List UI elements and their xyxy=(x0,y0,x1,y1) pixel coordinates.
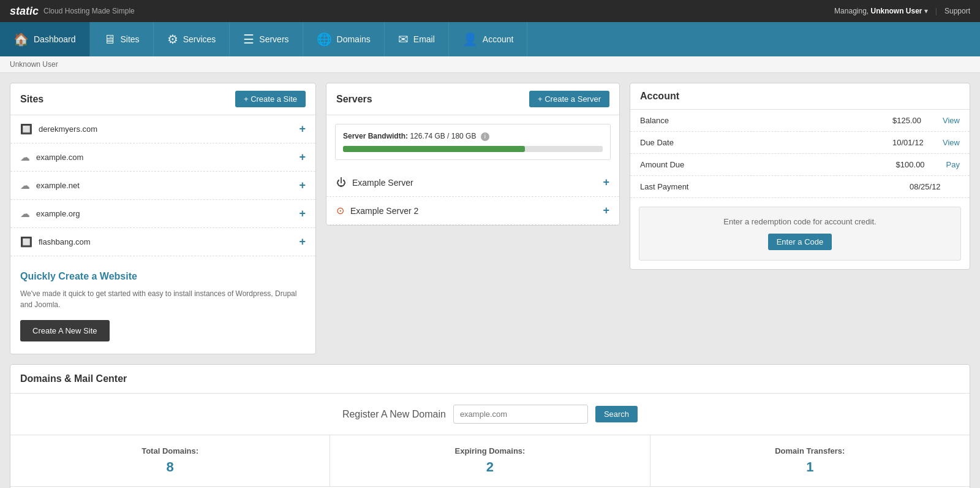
nav-label-domains: Domains xyxy=(337,34,371,44)
list-item[interactable]: 🔲 derekmyers.com + xyxy=(10,115,315,143)
site-add-icon[interactable]: + xyxy=(299,179,306,192)
domain-search-button[interactable]: Search xyxy=(595,406,638,422)
servers-panel-title: Servers xyxy=(336,94,372,105)
stat-domain-transfers: Domain Transfers: 1 xyxy=(650,435,970,486)
balance-value: $125.00 xyxy=(892,116,935,125)
account-row-balance: Balance $125.00 View xyxy=(630,110,970,132)
nav-label-dashboard: Dashboard xyxy=(34,34,76,44)
redemption-text: Enter a redemption code for account cred… xyxy=(649,217,951,226)
managing-label: Managing, Unknown User ▾ xyxy=(834,7,928,15)
site-add-icon[interactable]: + xyxy=(299,123,306,135)
topbar-right: Managing, Unknown User ▾ | Support xyxy=(834,7,970,15)
bandwidth-progress-fill xyxy=(343,146,525,152)
info-icon[interactable]: i xyxy=(481,132,489,141)
servers-panel: Servers + Create a Server Server Bandwid… xyxy=(326,83,620,226)
site-add-icon[interactable]: + xyxy=(299,235,306,248)
site-icon: ☁ xyxy=(20,180,30,191)
nav-item-domains[interactable]: 🌐 Domains xyxy=(303,22,385,56)
domain-search-input[interactable] xyxy=(453,405,588,424)
account-panel-header: Account xyxy=(630,83,970,110)
breadcrumb: Unknown User xyxy=(0,56,980,73)
power-icon: ⏻ xyxy=(336,177,346,188)
site-icon: 🔲 xyxy=(20,236,32,248)
server-add-icon[interactable]: + xyxy=(603,204,609,217)
nav-item-sites[interactable]: 🖥 Sites xyxy=(90,22,154,56)
stat-expiring-value: 2 xyxy=(337,459,642,475)
domains-header: Domains & Mail Center xyxy=(10,365,970,394)
amountdue-value: $100.00 xyxy=(896,160,939,169)
account-panel-title: Account xyxy=(640,91,679,102)
nav-item-account[interactable]: 👤 Account xyxy=(449,22,528,56)
list-item[interactable]: ⏻ Example Server + xyxy=(326,169,619,197)
site-icon: 🔲 xyxy=(20,123,32,135)
nav-item-services[interactable]: ⚙ Services xyxy=(154,22,230,56)
quick-create-title: Quickly Create a Website xyxy=(20,271,306,282)
nav-label-services: Services xyxy=(183,34,216,44)
site-add-icon[interactable]: + xyxy=(299,151,306,164)
topbar: static Cloud Hosting Made Simple Managin… xyxy=(0,0,980,22)
brand: static Cloud Hosting Made Simple xyxy=(10,5,135,18)
account-icon: 👤 xyxy=(462,32,478,47)
account-row-lastpayment: Last Payment 08/25/12 xyxy=(630,176,970,198)
site-name: example.com xyxy=(36,153,83,162)
nav-label-account: Account xyxy=(483,34,514,44)
server-add-icon[interactable]: + xyxy=(603,176,609,189)
stat-expiring-domains: Expiring Domains: 2 xyxy=(330,435,650,486)
list-item[interactable]: ⊙ Example Server 2 + xyxy=(326,197,619,225)
quick-create-section: Quickly Create a Website We've made it q… xyxy=(10,256,315,354)
list-item[interactable]: ☁ example.net + xyxy=(10,172,315,200)
balance-label: Balance xyxy=(640,116,885,125)
list-item[interactable]: 🔲 flashbang.com + xyxy=(10,228,315,256)
create-new-site-button[interactable]: Create A New Site xyxy=(20,320,110,341)
site-name: derekmyers.com xyxy=(39,124,97,134)
support-link[interactable]: Support xyxy=(944,7,970,15)
sites-panel: Sites + Create a Site 🔲 derekmyers.com +… xyxy=(10,83,316,354)
list-item[interactable]: ☁ example.com + xyxy=(10,143,315,172)
stat-expiring-label: Expiring Domains: xyxy=(337,446,642,456)
site-icon: ☁ xyxy=(20,208,30,219)
servers-panel-header: Servers + Create a Server xyxy=(326,83,619,115)
separator: | xyxy=(935,7,937,15)
site-name: example.net xyxy=(36,181,80,190)
list-item[interactable]: ☁ example.org + xyxy=(10,200,315,228)
duedate-view-link[interactable]: View xyxy=(943,138,960,147)
amountdue-pay-link[interactable]: Pay xyxy=(946,160,960,169)
site-add-icon[interactable]: + xyxy=(299,207,306,220)
domain-register: Register A New Domain Search xyxy=(10,394,970,435)
server-name: Example Server 2 xyxy=(350,206,418,216)
email-icon: ✉ xyxy=(398,32,409,47)
servers-list: ⏻ Example Server + ⊙ Example Server 2 + xyxy=(326,169,619,225)
home-icon: 🏠 xyxy=(13,32,29,47)
register-label: Register A New Domain xyxy=(342,409,446,420)
domains-icon: 🌐 xyxy=(317,32,332,47)
nav-label-servers: Servers xyxy=(259,34,288,44)
bandwidth-box: Server Bandwidth: 126.74 GB / 180 GB i xyxy=(335,124,611,160)
stat-total-label: Total Domains: xyxy=(18,446,322,456)
stat-transfers-label: Domain Transfers: xyxy=(658,446,962,456)
create-server-button[interactable]: + Create a Server xyxy=(529,91,609,107)
main-content: Sites + Create a Site 🔲 derekmyers.com +… xyxy=(0,73,980,364)
nav-item-servers[interactable]: ☰ Servers xyxy=(230,22,303,56)
domains-title: Domains & Mail Center xyxy=(20,373,960,384)
domains-section: Domains & Mail Center Register A New Dom… xyxy=(10,364,970,488)
account-panel: Account Balance $125.00 View Due Date 10… xyxy=(630,83,970,270)
duedate-value: 10/01/12 xyxy=(892,138,935,147)
create-site-button[interactable]: + Create a Site xyxy=(235,91,306,107)
stat-total-domains: Total Domains: 8 xyxy=(10,435,330,486)
nav-item-email[interactable]: ✉ Email xyxy=(385,22,449,56)
services-icon: ⚙ xyxy=(167,32,178,47)
bandwidth-progress-bg xyxy=(343,146,603,152)
ubuntu-icon: ⊙ xyxy=(336,205,344,216)
brand-logo: static xyxy=(10,5,39,18)
nav-item-dashboard[interactable]: 🏠 Dashboard xyxy=(0,22,90,56)
sites-panel-header: Sites + Create a Site xyxy=(10,83,315,115)
enter-code-button[interactable]: Enter a Code xyxy=(768,234,832,250)
nav-label-sites: Sites xyxy=(121,34,140,44)
balance-view-link[interactable]: View xyxy=(943,116,960,125)
site-icon: ☁ xyxy=(20,151,30,163)
site-name: example.org xyxy=(36,209,80,218)
sites-icon: 🖥 xyxy=(104,32,116,47)
server-name: Example Server xyxy=(352,178,413,188)
stat-total-value: 8 xyxy=(18,459,322,475)
account-row-amountdue: Amount Due $100.00 Pay xyxy=(630,154,970,176)
